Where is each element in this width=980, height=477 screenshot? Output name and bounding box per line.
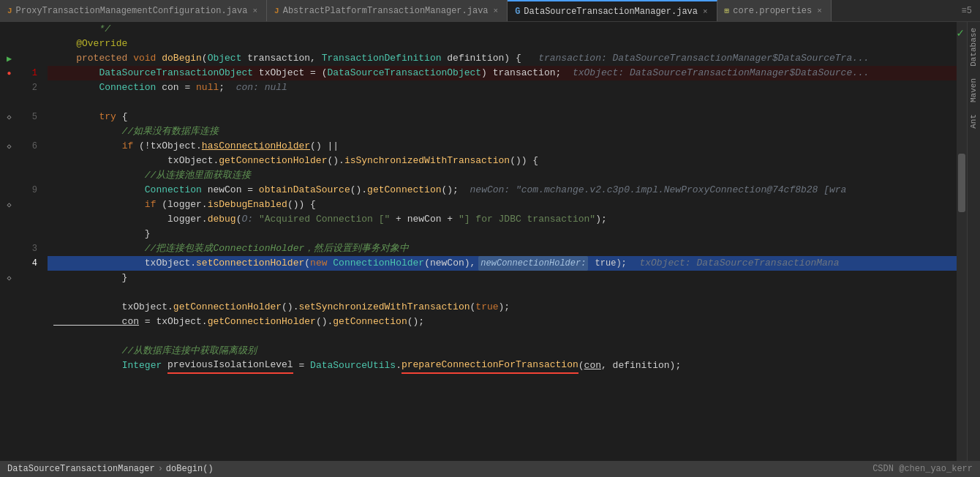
gutter-cell-22 <box>0 329 18 344</box>
breakpoint-icon[interactable]: ● <box>7 70 11 78</box>
ln-4: 4 <box>18 256 42 271</box>
fold-icon-try[interactable]: ◇ <box>7 113 11 121</box>
tab-close-proxy[interactable]: × <box>251 6 259 16</box>
code-line-setconnholder: txObject.setConnectionHolder(new Connect… <box>48 256 957 271</box>
plain-indent-iso <box>53 358 122 373</box>
tab-label-datasource: DataSourceTransactionManager.java <box>524 7 698 17</box>
plain-indent-try <box>53 110 99 124</box>
tab-close-abstract[interactable]: × <box>492 6 500 16</box>
type-object: Object <box>208 51 242 66</box>
run-icon[interactable]: ▶ <box>7 53 12 64</box>
plain-txobj2: ) transaction; <box>481 66 561 80</box>
tab-label-abstract: AbstractPlatformTransactionManager.java <box>283 6 489 16</box>
code-text: */ <box>53 22 110 37</box>
tab-properties[interactable]: ⊞ core.properties × <box>717 0 832 22</box>
tab-close-properties[interactable]: × <box>815 6 823 16</box>
ln-2: 2 <box>18 80 42 95</box>
plain-1: transaction, <box>241 51 321 66</box>
code-line-conassign: con = txObject.getConnectionHolder().get… <box>48 315 957 329</box>
props-icon: ⊞ <box>725 6 730 15</box>
tab-close-datasource[interactable]: × <box>701 7 709 17</box>
comment-3: //把连接包装成ConnectionHolder，然后设置到事务对象中 <box>53 241 409 256</box>
tab-proxy[interactable]: J ProxyTransactionManagementConfiguratio… <box>0 0 267 22</box>
tab-bar: J ProxyTransactionManagementConfiguratio… <box>0 0 980 22</box>
ln-blank3 <box>18 51 42 66</box>
code-line-comment2: //从连接池里面获取连接 <box>48 168 957 183</box>
ln-blank12 <box>18 285 42 300</box>
ln-blank9 <box>18 212 42 227</box>
plain-newcon: newCon = <box>202 183 259 198</box>
code-editor[interactable]: */ @Override protected void doBegin(Obje… <box>48 22 957 477</box>
gutter-cell-try[interactable]: ◇ <box>0 110 18 124</box>
code-line-newcon: Connection newCon = obtainDataSource().g… <box>48 183 957 198</box>
code-line-try: try { <box>48 110 957 124</box>
type-conn2: Connection <box>53 183 202 198</box>
gutter-cell-3: ▶ <box>0 51 18 66</box>
plain-indent-debug: logger. <box>53 212 208 227</box>
plain-getconn-close: (); <box>407 315 424 329</box>
plain-assign: = txObject. <box>139 315 208 329</box>
plain-txobj: txObject = ( <box>253 66 327 80</box>
status-right: CSDN @chen_yao_kerr <box>872 464 973 474</box>
gutter-cell-if[interactable]: ◇ <box>0 139 18 154</box>
kw-try: try <box>99 110 116 124</box>
vtab-maven[interactable]: Maven <box>968 72 981 108</box>
code-line-if2: if (logger.isDebugEnabled()) { <box>48 198 957 212</box>
plain-def-arg: , definition); <box>601 358 681 373</box>
ln-blank8 <box>18 198 42 212</box>
gutter-icons: ▶ ● ◇ ◇ ◇ <box>0 22 18 477</box>
hint-con: con: null <box>225 80 287 95</box>
plain-dot2: (). <box>282 300 298 315</box>
tab-abstract[interactable]: J AbstractPlatformTransactionManager.jav… <box>267 0 508 22</box>
code-line-issync: txObject.getConnectionHolder().isSynchro… <box>48 154 957 168</box>
fold-icon-brace[interactable]: ◇ <box>7 274 11 282</box>
ln-blank14 <box>18 315 42 329</box>
scroll-thumb[interactable] <box>958 154 965 212</box>
gutter-cell-brace[interactable]: ◇ <box>0 271 18 285</box>
code-line-blank3 <box>48 329 957 344</box>
fn-dobegin: doBegin <box>162 51 202 66</box>
kw-protected: protected <box>53 51 133 66</box>
plain-dot4: . <box>396 358 402 373</box>
ln-1: 1 <box>18 66 42 80</box>
vtab-database[interactable]: Database <box>968 22 981 72</box>
gutter-cell-debug[interactable]: ◇ <box>0 198 18 212</box>
plain-txobj-sync: txObject. <box>53 154 219 168</box>
gutter-cell-bp[interactable]: ● <box>0 66 18 80</box>
gutter-cell-5 <box>0 80 18 95</box>
ln-blank16 <box>18 344 42 358</box>
plain-dot1: (). <box>350 183 367 198</box>
status-left: DataSourceTransactionManager › doBegin() <box>7 464 214 474</box>
ln-blank15 <box>18 329 42 344</box>
java-icon-2: J <box>274 7 279 15</box>
vtab-ant[interactable]: Ant <box>968 108 981 135</box>
plain-prev <box>162 358 167 373</box>
kw-void: void <box>133 51 162 66</box>
ln-blank11 <box>18 271 42 285</box>
plain-parens: (). <box>327 154 344 168</box>
plain-bracket: ()) { <box>510 154 538 168</box>
fold-icon-debug[interactable]: ◇ <box>7 200 11 209</box>
right-tab-menu[interactable]: ≡5 <box>957 4 976 18</box>
status-bar: DataSourceTransactionManager › doBegin()… <box>0 461 980 477</box>
plain-dot3: (). <box>316 315 333 329</box>
code-line-comment4: //从数据库连接中获取隔离级别 <box>48 344 957 358</box>
plain-indent-if <box>53 139 122 154</box>
type-dsto: DataSourceTransactionObject <box>53 66 253 80</box>
ln-blank5 <box>18 124 42 139</box>
fold-icon-if[interactable]: ◇ <box>7 142 11 151</box>
fn-setsync: setSynchronizedWithTransaction <box>298 300 470 315</box>
gutter-cell-17 <box>0 256 18 271</box>
ln-blank13 <box>18 300 42 315</box>
tab-datasource[interactable]: G DataSourceTransactionManager.java × <box>508 0 717 22</box>
plain-set-open: ( <box>304 256 310 271</box>
dobegin-params: ( <box>202 51 208 66</box>
plain-previso: previousIsolationLevel <box>167 358 293 374</box>
fn-obtain: obtainDataSource <box>259 183 350 198</box>
plain-txobj-call: txObject. <box>151 139 202 154</box>
comment-2: //从连接池里面获取连接 <box>53 168 251 183</box>
scrollbar[interactable] <box>957 22 967 477</box>
ln-6: 6 <box>18 139 42 154</box>
fn-getconnholder: getConnectionHolder <box>219 154 327 168</box>
green-checkmark: ✓ <box>957 26 964 40</box>
